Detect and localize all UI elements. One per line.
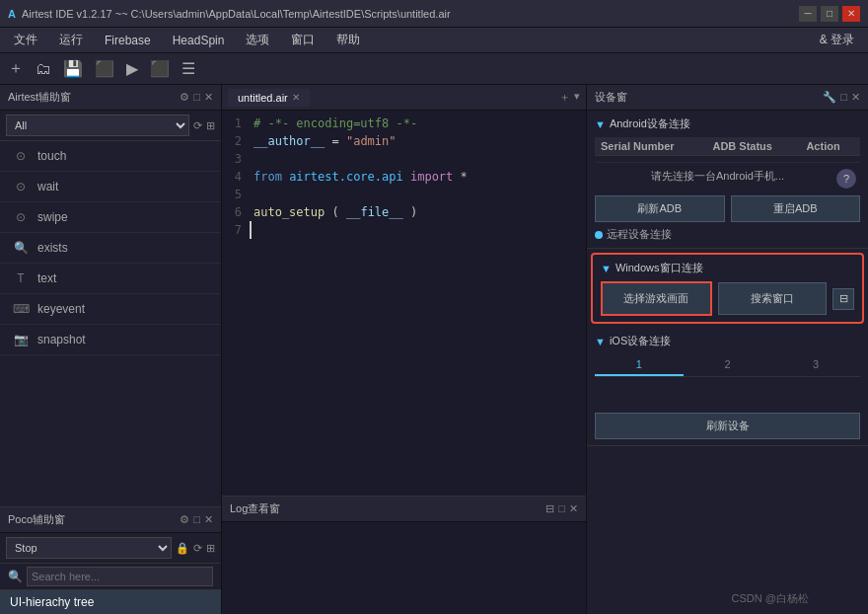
line-content: __author__ = "admin" (250, 132, 397, 150)
minimize-button[interactable]: ─ (799, 6, 817, 22)
device-close-icon[interactable]: ✕ (851, 91, 860, 104)
airtest-item-exists[interactable]: 🔍 exists (0, 233, 221, 264)
poco-icon1[interactable]: ⚙ (180, 513, 189, 526)
titlebar: A Airtest IDE v1.2.17 ~~ C:\Users\admin\… (0, 0, 868, 28)
device-settings-icon[interactable]: 🔧 (823, 91, 836, 104)
login-button[interactable]: & 登录 (810, 30, 864, 50)
airtest-panel-header: Airtest辅助窗 ⚙ □ ✕ (0, 85, 221, 111)
log-header-icons: ⊟ □ ✕ (545, 502, 578, 515)
touch-icon: ⊙ (12, 149, 30, 163)
line-content: auto_setup ( __file__ ) (250, 203, 417, 221)
restart-adb-button[interactable]: 重启ADB (731, 195, 861, 222)
refresh-devices-button[interactable]: 刷新设备 (595, 413, 860, 439)
android-section-title: ▼ Android设备连接 (595, 116, 860, 131)
window-controls: ─ □ ✕ (799, 6, 860, 22)
airtest-select[interactable]: All (6, 115, 189, 136)
maximize-button[interactable]: □ (821, 6, 838, 22)
code-line-3: 3 (222, 150, 586, 168)
airtest-icon1[interactable]: ⚙ (180, 91, 189, 104)
ios-tab-2[interactable]: 2 (684, 354, 772, 376)
left-panel: Airtest辅助窗 ⚙ □ ✕ All ⟳ ⊞ ⊙ touch ⊙ wait (0, 85, 222, 614)
menu-firebase[interactable]: Firebase (95, 32, 161, 49)
menu-help[interactable]: 帮助 (326, 30, 370, 50)
ios-triangle-icon: ▼ (595, 336, 606, 347)
log-close-icon[interactable]: ✕ (569, 502, 578, 515)
poco-icon2[interactable]: □ (193, 513, 200, 526)
airtest-icon3[interactable]: ✕ (204, 91, 213, 104)
line-number: 1 (222, 115, 250, 132)
line-content (250, 221, 262, 239)
ios-section: ▼ iOS设备连接 1 2 3 刷新设备 (587, 328, 868, 446)
ios-section-title: ▼ iOS设备连接 (595, 334, 860, 348)
poco-select[interactable]: Stop (6, 537, 172, 559)
col-action: Action (800, 137, 860, 156)
windows-extra-icon[interactable]: ⊟ (832, 288, 854, 310)
code-line-5: 5 (222, 186, 586, 203)
editor-area[interactable]: 1 # -*- encoding=utf8 -*- 2 __author__ =… (222, 111, 586, 496)
android-device-row-empty (595, 156, 860, 163)
airtest-item-label: exists (37, 241, 68, 255)
toolbar-play[interactable]: ▶ (126, 59, 138, 78)
ios-tab-3[interactable]: 3 (771, 354, 860, 376)
menu-window[interactable]: 窗口 (281, 30, 325, 50)
airtest-item-snapshot[interactable]: 📷 snapshot (0, 325, 221, 355)
windows-section-title: ▼ Windows窗口连接 (601, 261, 854, 275)
toolbar-record[interactable]: ⬛ (95, 59, 114, 78)
airtest-item-wait[interactable]: ⊙ wait (0, 172, 221, 202)
log-panel-title: Log查看窗 (230, 501, 280, 516)
menu-options[interactable]: 选项 (236, 30, 279, 50)
toolbar: ＋ 🗂 💾 ⬛ ▶ ⬛ ☰ (0, 53, 868, 85)
ios-tab-1[interactable]: 1 (595, 354, 684, 376)
tab-close-icon[interactable]: ✕ (292, 92, 300, 103)
airtest-item-label: swipe (37, 210, 68, 224)
toolbar-save[interactable]: 💾 (63, 59, 83, 78)
ios-tabs: 1 2 3 (595, 354, 860, 377)
airtest-item-keyevent[interactable]: ⌨ keyevent (0, 294, 221, 325)
refresh-adb-button[interactable]: 刷新ADB (595, 195, 725, 222)
airtest-refresh-icon[interactable]: ⟳ (193, 119, 202, 132)
select-game-screen-button[interactable]: 选择游戏画面 (601, 281, 712, 316)
close-button[interactable]: ✕ (842, 6, 860, 22)
log-popout-icon[interactable]: □ (558, 502, 565, 515)
editor-add-tab-icon[interactable]: ＋ (559, 90, 570, 105)
device-popout-icon[interactable]: □ (840, 91, 847, 104)
toolbar-stop[interactable]: ⬛ (150, 59, 170, 78)
airtest-panel-title: Airtest辅助窗 (8, 90, 71, 105)
editor-menu-icon[interactable]: ▾ (574, 90, 580, 105)
wait-icon: ⊙ (12, 180, 30, 193)
menu-run[interactable]: 运行 (49, 30, 93, 50)
line-content (250, 186, 253, 203)
menu-file[interactable]: 文件 (4, 30, 47, 50)
ui-hierarchy-item[interactable]: UI-hierachy tree (0, 590, 221, 614)
android-buttons: 刷新ADB 重启ADB (595, 195, 860, 222)
toolbar-menu[interactable]: ☰ (181, 59, 195, 78)
airtest-item-touch[interactable]: ⊙ touch (0, 141, 221, 172)
remote-radio-icon (595, 231, 603, 239)
poco-refresh-icon[interactable]: ⟳ (193, 542, 202, 555)
android-section: ▼ Android设备连接 Serial Number ADB Status A… (587, 111, 868, 249)
airtest-item-swipe[interactable]: ⊙ swipe (0, 202, 221, 233)
airtest-add-icon[interactable]: ⊞ (206, 119, 215, 132)
poco-icon3[interactable]: ✕ (204, 513, 213, 526)
app-icon: A (8, 8, 16, 20)
poco-panel-header: Poco辅助窗 ⚙ □ ✕ (0, 507, 221, 533)
toolbar-new[interactable]: ＋ (8, 58, 24, 79)
line-content: # -*- encoding=utf8 -*- (250, 115, 417, 132)
menu-headspin[interactable]: HeadSpin (163, 32, 235, 49)
editor-tab-untitled[interactable]: untitled.air ✕ (228, 89, 310, 107)
android-help-button[interactable]: ? (836, 169, 856, 189)
poco-header-icons: ⚙ □ ✕ (180, 513, 213, 526)
log-filter-icon[interactable]: ⊟ (545, 502, 554, 515)
poco-add-icon[interactable]: ⊞ (206, 542, 215, 555)
line-number: 4 (222, 168, 250, 186)
airtest-item-text[interactable]: T text (0, 264, 221, 294)
airtest-icon2[interactable]: □ (193, 91, 200, 104)
poco-lock-icon[interactable]: 🔒 (176, 542, 189, 555)
code-line-7: 7 (222, 221, 586, 239)
line-number: 6 (222, 203, 250, 221)
remote-connect-label: 远程设备连接 (607, 227, 672, 242)
search-window-button[interactable]: 搜索窗口 (718, 282, 828, 315)
poco-search-input[interactable] (27, 567, 213, 586)
toolbar-open[interactable]: 🗂 (36, 60, 51, 78)
col-adb-status: ADB Status (706, 137, 800, 156)
